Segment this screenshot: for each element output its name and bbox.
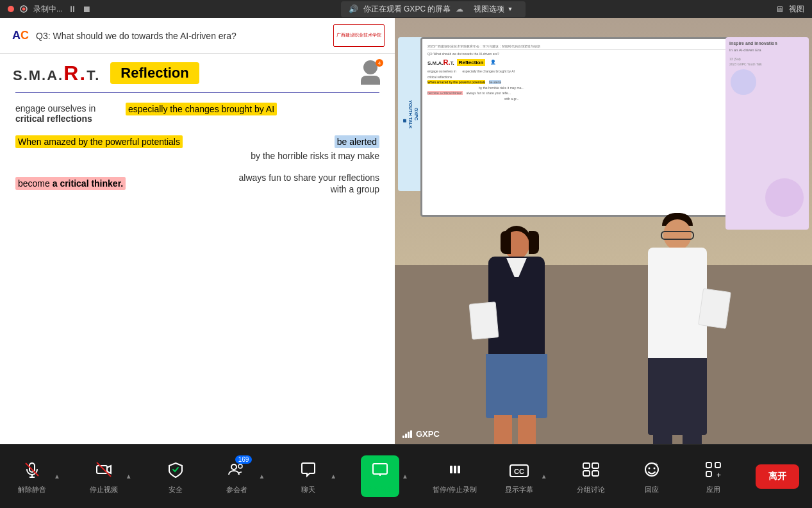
- apps-button[interactable]: + 应用: [694, 458, 733, 495]
- main-content: A C Q3: What should we do towards the AI…: [0, 18, 812, 444]
- svg-line-7: [97, 462, 111, 477]
- participants-label: 参会者: [226, 485, 247, 495]
- svg-text:+: +: [654, 461, 658, 468]
- share-label: 共享屏幕: [366, 485, 394, 495]
- row3-right: always fun to share your reflections: [239, 173, 379, 183]
- participants-chevron[interactable]: ▲: [257, 465, 266, 488]
- signal-icon: [402, 430, 412, 438]
- security-label: 安全: [169, 485, 183, 495]
- row3-left: become a critical thinker.: [15, 178, 126, 189]
- bottom-toolbar: 解除静音 ▲ 停止视频 ▲ 安全: [0, 444, 812, 508]
- svg-rect-27: [706, 462, 711, 468]
- security-icon-wrap: [164, 458, 187, 481]
- reaction-icon: +: [643, 461, 661, 478]
- apps-label: 应用: [706, 485, 720, 495]
- cc-chevron[interactable]: ▲: [540, 465, 549, 488]
- row2-right2: by the horrible risks it may make: [251, 151, 379, 161]
- breakout-icon: [582, 461, 600, 478]
- chat-icon-wrap: [297, 458, 320, 481]
- video-button[interactable]: 停止视频: [85, 458, 123, 495]
- slide-divider: [15, 92, 379, 93]
- pause-record-label: 暂停/停止录制: [433, 485, 477, 495]
- chat-label: 聊天: [301, 485, 315, 495]
- top-bar-right: 🖥 视图: [775, 4, 804, 15]
- camera-panel: GXPC YOUTH TALK 国际青年说 2023广西建设职业技术学院教育年会…: [395, 18, 812, 444]
- reflection-box: Reflection: [110, 62, 199, 84]
- record-label: 录制中...: [33, 4, 63, 15]
- stop-icon[interactable]: ⏹: [82, 4, 91, 14]
- cc-label: 显示字幕: [505, 485, 533, 495]
- leave-button[interactable]: 离开: [756, 464, 799, 489]
- cc-icon-wrap: CC: [508, 458, 531, 481]
- chat-icon: [299, 461, 317, 478]
- share-icon-wrap: [369, 458, 392, 481]
- pause-record-icon-wrap: [443, 458, 466, 481]
- participants-button[interactable]: 169 参会者: [217, 458, 256, 495]
- apps-icon-wrap: +: [702, 458, 725, 481]
- breakout-icon-wrap: [579, 458, 602, 481]
- content-row-2: When amazed by the powerful potentials b…: [15, 135, 379, 161]
- view-options-btn[interactable]: 视图选项 ▼: [468, 3, 518, 16]
- mic-slash-icon: [23, 461, 41, 478]
- speaker-icon: 🔊: [349, 4, 358, 13]
- gxpc-label: GXPC: [402, 429, 440, 439]
- chevron-down-icon: ▼: [507, 6, 513, 12]
- record-dot: [8, 6, 14, 12]
- svg-rect-20: [592, 463, 599, 468]
- security-button[interactable]: 安全: [156, 458, 195, 495]
- cc-icon: CC: [509, 461, 529, 478]
- avatar: 4: [359, 60, 382, 86]
- pause-record-icon: [445, 461, 463, 478]
- row1-right-text: especially the changes brought by AI: [126, 103, 277, 115]
- video-chevron[interactable]: ▲: [124, 465, 133, 488]
- share-icon: [371, 461, 389, 478]
- mic-button[interactable]: 解除静音: [13, 458, 51, 495]
- chat-group: 聊天 ▲: [289, 458, 338, 495]
- cc-group: CC 显示字幕 ▲: [500, 458, 549, 495]
- chat-button[interactable]: 聊天: [289, 458, 327, 495]
- mic-chevron[interactable]: ▲: [53, 465, 62, 488]
- pause-record-button[interactable]: 暂停/停止录制: [433, 458, 477, 495]
- apps-icon: +: [704, 461, 722, 478]
- shield-icon: [167, 461, 185, 478]
- slide-smart-row: S.M.A.R.T. Reflection 4: [0, 54, 395, 92]
- svg-text:+: +: [717, 471, 721, 478]
- row1-left-text: engage ourselves incritical reflections: [15, 103, 118, 124]
- person-right: [620, 207, 735, 444]
- monitor-icon: 🖥: [775, 4, 784, 14]
- reaction-label: 回应: [645, 485, 659, 495]
- svg-point-1: [22, 8, 26, 11]
- svg-point-24: [649, 468, 650, 470]
- reaction-button[interactable]: + 回应: [633, 458, 671, 495]
- classroom-scene: GXPC YOUTH TALK 国际青年说 2023广西建设职业技术学院教育年会…: [395, 18, 812, 444]
- cc-button[interactable]: CC 显示字幕: [500, 458, 538, 495]
- mic-icon-wrap: [21, 458, 44, 481]
- top-bar-center: 🔊 你正在观看 GXPC 的屏幕 ☁ 视图选项 ▼: [341, 1, 526, 17]
- svg-rect-15: [454, 466, 456, 473]
- svg-rect-16: [458, 466, 460, 473]
- share-screen-button[interactable]: 共享屏幕: [361, 455, 399, 497]
- top-bar-left: 录制中... ⏸ ⏹: [8, 4, 91, 15]
- svg-text:CC: CC: [514, 468, 524, 475]
- mic-label: 解除静音: [18, 485, 46, 495]
- content-row-3: become a critical thinker. always fun to…: [15, 173, 379, 194]
- breakout-button[interactable]: 分组讨论: [572, 458, 610, 495]
- chat-chevron[interactable]: ▲: [329, 465, 338, 488]
- pause-icon[interactable]: ⏸: [68, 4, 77, 14]
- bg-floor: [395, 265, 812, 444]
- slide-content: engage ourselves incritical reflections …: [0, 92, 395, 212]
- svg-point-8: [231, 464, 236, 470]
- participants-badge: 169: [235, 455, 253, 464]
- svg-rect-19: [583, 463, 590, 468]
- bg-banner-right: Inspire and Innovation In an AI-driven E…: [725, 37, 809, 230]
- share-chevron[interactable]: ▲: [401, 465, 410, 488]
- svg-rect-28: [715, 462, 720, 468]
- svg-rect-21: [583, 471, 590, 476]
- row2-right: be alerted: [335, 135, 379, 148]
- reaction-icon-wrap: +: [640, 458, 663, 481]
- svg-point-9: [238, 464, 242, 468]
- participants-group: 169 参会者 ▲: [217, 458, 266, 495]
- school-logo: 广西建设职业技术学院: [333, 24, 385, 47]
- participants-icon-wrap: 169: [225, 458, 248, 481]
- video-label: 停止视频: [90, 485, 118, 495]
